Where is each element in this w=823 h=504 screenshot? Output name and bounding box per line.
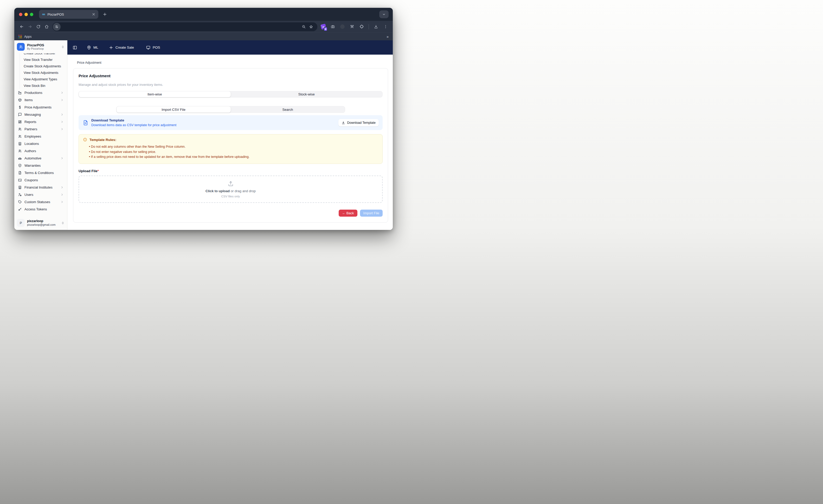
camera-extension-icon[interactable] bbox=[329, 23, 337, 31]
sidebar-item-items[interactable]: Items bbox=[16, 96, 65, 104]
bookmarks-bar: Apps » bbox=[14, 32, 393, 40]
password-keys-extension-icon[interactable] bbox=[348, 23, 356, 31]
sidebar-item-price-adjustments[interactable]: Price Adjustments bbox=[16, 104, 65, 111]
sidebar-item-employees[interactable]: Employees bbox=[16, 133, 65, 140]
close-tab-icon[interactable] bbox=[92, 12, 96, 16]
sidebar-item-custom-statuses[interactable]: Custom Statuses bbox=[16, 198, 65, 205]
browser-tab-strip: ∞ PixzarPOS bbox=[14, 8, 393, 21]
home-button[interactable] bbox=[42, 23, 51, 31]
tab-search-button[interactable] bbox=[379, 10, 388, 18]
sidebar-item-warranties[interactable]: Warranties bbox=[16, 162, 65, 169]
sidebar-item-locations[interactable]: Locations bbox=[16, 140, 65, 147]
location-selector[interactable]: ML bbox=[87, 45, 98, 50]
sidebar-toggle-icon[interactable] bbox=[72, 45, 77, 50]
account-email: pixzarloop@gmail.com bbox=[27, 223, 59, 226]
downloads-icon[interactable] bbox=[372, 23, 380, 31]
info-icon bbox=[83, 138, 87, 142]
bookmark-star-icon[interactable] bbox=[307, 23, 315, 30]
apps-bookmark[interactable]: Apps bbox=[24, 35, 32, 38]
sidebar-item-financial-institutes[interactable]: Financial Institutes bbox=[16, 184, 65, 191]
method-tabs: Import CSV File Search bbox=[116, 106, 345, 113]
csv-file-icon bbox=[83, 120, 89, 126]
download-template-panel: Download Template Download items data as… bbox=[78, 115, 383, 130]
site-favicon: ∞ bbox=[42, 12, 45, 16]
sidebar-item-messaging[interactable]: Messaging bbox=[16, 111, 65, 118]
browser-menu-icon[interactable] bbox=[381, 23, 390, 31]
sidebar-item-view-adjustment-types[interactable]: View Adjustment Types bbox=[19, 76, 65, 82]
import-file-button[interactable]: Import File bbox=[360, 210, 383, 217]
download-template-title: Download Template bbox=[91, 118, 176, 123]
browser-toolbar: w 8 bbox=[14, 21, 393, 32]
new-tab-icon[interactable] bbox=[103, 12, 107, 17]
sidebar-item-users[interactable]: Users bbox=[16, 191, 65, 198]
wappalyzer-extension-icon[interactable]: w 8 bbox=[319, 23, 327, 31]
price-adjustment-card: Price Adjustment Manage and adjust stock… bbox=[73, 68, 388, 223]
sidebar-item-reports[interactable]: Reports bbox=[16, 118, 65, 125]
download-template-description: Download items data as CSV template for … bbox=[91, 123, 176, 127]
rule-item: • Do not enter negative values for selli… bbox=[89, 150, 378, 155]
sidebar-item-create-stock-adjustments[interactable]: Create Stock Adjustments bbox=[19, 63, 65, 69]
sidebar-item-productions[interactable]: Productions bbox=[16, 89, 65, 96]
sidebar-item-coupons[interactable]: Coupons bbox=[16, 176, 65, 184]
app-top-bar: ML Create Sale POS bbox=[67, 40, 393, 55]
sidebar-item-terms-conditions[interactable]: Terms & Conditions bbox=[16, 169, 65, 176]
ticket-icon bbox=[18, 178, 22, 182]
tab-item-wise[interactable]: Item-wise bbox=[79, 91, 231, 97]
tab-import-csv[interactable]: Import CSV File bbox=[117, 106, 231, 113]
app-byline: By Pixzarloop bbox=[27, 47, 59, 50]
close-window-button[interactable] bbox=[19, 13, 22, 16]
chevron-right-icon bbox=[60, 91, 63, 94]
sidebar-item-view-stock-transfer[interactable]: View Stock Transfer bbox=[19, 56, 65, 63]
download-template-button[interactable]: Download Template bbox=[338, 119, 379, 126]
plus-icon bbox=[109, 45, 114, 50]
dashboard-icon bbox=[18, 120, 22, 124]
tab-stock-wise[interactable]: Stock-wise bbox=[231, 91, 383, 97]
account-switcher[interactable]: P pixzarloop pixzarloop@gmail.com bbox=[14, 217, 67, 230]
page-subtitle: Manage and adjust stock prices for your … bbox=[78, 83, 383, 87]
chevron-right-icon bbox=[60, 157, 63, 160]
download-icon bbox=[342, 121, 345, 125]
extensions-puzzle-icon[interactable] bbox=[357, 23, 366, 31]
browser-tab[interactable]: ∞ PixzarPOS bbox=[39, 10, 98, 19]
dropzone-text: Click to upload or drag and drop bbox=[205, 189, 256, 193]
file-dropzone[interactable]: Click to upload or drag and drop CSV fil… bbox=[78, 176, 383, 203]
extension-icons: w 8 bbox=[319, 23, 390, 31]
app-sidebar: PixzarPOS By Pixzarloop Create Stock Tra… bbox=[14, 40, 67, 230]
desktop-background: ∞ PixzarPOS w 8 bbox=[0, 0, 412, 252]
shield-check-icon bbox=[18, 164, 22, 167]
address-bar[interactable] bbox=[52, 22, 317, 31]
pos-button[interactable]: POS bbox=[146, 45, 160, 50]
reload-button[interactable] bbox=[34, 23, 42, 31]
back-button[interactable]: ← Back bbox=[339, 210, 357, 217]
page-content: Price Adjustment Price Adjustment Manage… bbox=[67, 55, 393, 230]
sidebar-item-view-stock-adjustments[interactable]: View Stock Adjustments bbox=[19, 69, 65, 76]
sidebar-item-access-tokens[interactable]: Access Tokens bbox=[16, 205, 65, 213]
file-text-icon bbox=[18, 171, 22, 175]
zoom-out-icon[interactable] bbox=[300, 23, 307, 30]
sidebar-item-create-stock-transfer[interactable]: Create Stock Transfer bbox=[19, 53, 65, 56]
sidebar-item-automotive[interactable]: Automotive bbox=[16, 155, 65, 162]
tab-search[interactable]: Search bbox=[231, 106, 345, 113]
dollar-icon bbox=[18, 105, 22, 109]
car-icon bbox=[18, 156, 22, 160]
chevron-right-icon bbox=[60, 113, 63, 116]
back-button[interactable] bbox=[17, 23, 26, 31]
avatar: P bbox=[17, 219, 25, 227]
people-icon bbox=[18, 127, 22, 131]
chevron-updown-icon bbox=[61, 45, 64, 49]
sidebar-item-authors[interactable]: Authors bbox=[16, 147, 65, 155]
bookmarks-overflow-chevrons[interactable]: » bbox=[386, 35, 388, 39]
chevron-right-icon bbox=[60, 99, 63, 102]
sidebar-item-view-stock-bin[interactable]: View Stock Bin bbox=[19, 82, 65, 89]
minimize-window-button[interactable] bbox=[24, 13, 28, 16]
sidebar-item-partners[interactable]: Partners bbox=[16, 125, 65, 133]
disabled-extension-icon[interactable] bbox=[338, 23, 346, 31]
maximize-window-button[interactable] bbox=[30, 13, 33, 16]
workspace-switcher[interactable]: PixzarPOS By Pixzarloop bbox=[14, 40, 67, 53]
forward-button[interactable] bbox=[26, 23, 34, 31]
chevron-updown-icon bbox=[61, 221, 64, 225]
browser-window: ∞ PixzarPOS w 8 bbox=[14, 8, 393, 230]
user-gear-icon bbox=[18, 193, 22, 197]
create-sale-button[interactable]: Create Sale bbox=[109, 45, 134, 50]
site-settings-button[interactable] bbox=[53, 23, 60, 31]
